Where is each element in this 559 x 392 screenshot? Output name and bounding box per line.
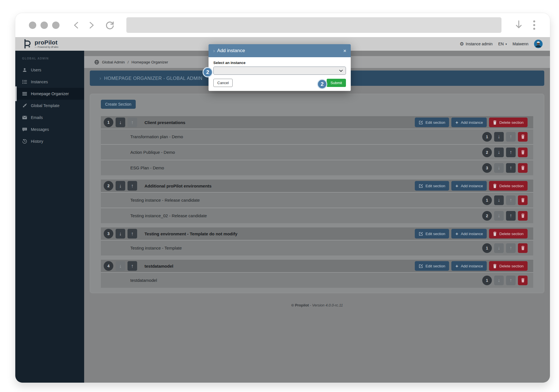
delete-section-button[interactable]: Delete section — [489, 229, 528, 238]
section-move-down-button[interactable]: ↓ — [116, 181, 125, 191]
delete-instance-button[interactable] — [518, 163, 528, 173]
instance-move-up-button[interactable]: ↑ — [506, 211, 516, 221]
section-number-badge: 4 — [104, 261, 113, 271]
delete-section-label: Delete section — [499, 232, 524, 236]
section-move-up-button[interactable]: ↑ — [127, 118, 137, 127]
arrow-up-icon: ↑ — [510, 277, 512, 283]
add-instance-button[interactable]: + Add instance — [451, 181, 487, 191]
delete-section-button[interactable]: Delete section — [489, 181, 528, 191]
section-title: Additional proPilot environments — [144, 184, 212, 188]
gear-icon: ⚙ — [460, 42, 464, 46]
avatar[interactable] — [534, 40, 543, 48]
section: 3 ↓ ↑ Testing environment - Template do … — [101, 227, 533, 255]
select-instance-label: Select an instance — [213, 61, 346, 65]
download-button[interactable] — [515, 20, 523, 31]
globe-icon — [94, 60, 99, 65]
chat-bubble-icon — [22, 127, 27, 132]
window-dot-icon[interactable] — [41, 22, 48, 29]
instance-move-up-button[interactable]: ↑ — [506, 132, 516, 142]
add-instance-button[interactable]: + Add instance — [451, 118, 487, 127]
sidebar-item-users[interactable]: Users — [15, 64, 84, 76]
edit-section-label: Edit section — [426, 120, 445, 125]
section-title: testdatamodel — [144, 264, 173, 269]
delete-section-button[interactable]: Delete section — [489, 261, 528, 271]
edit-section-button[interactable]: Edit section — [415, 181, 449, 191]
back-button[interactable] — [73, 21, 80, 30]
instance-move-down-button[interactable]: ↓ — [494, 195, 504, 205]
arrow-down-icon: ↓ — [498, 134, 500, 140]
add-instance-button[interactable]: + Add instance — [451, 229, 487, 238]
trash-icon — [493, 184, 497, 188]
forward-button[interactable] — [88, 21, 95, 30]
trash-icon — [521, 214, 525, 218]
window-dot-icon[interactable] — [29, 22, 36, 29]
section-move-up-button[interactable]: ↑ — [127, 261, 137, 271]
instance-move-down-button[interactable]: ↓ — [494, 132, 504, 142]
url-bar[interactable] — [126, 17, 501, 33]
edit-section-button[interactable]: Edit section — [415, 118, 449, 127]
instance-move-up-button[interactable]: ↑ — [506, 148, 516, 157]
instance-move-up-button[interactable]: ↑ — [506, 195, 516, 205]
instance-move-up-button[interactable]: ↑ — [506, 276, 516, 285]
create-section-button[interactable]: Create Section — [101, 100, 136, 109]
cancel-button[interactable]: Cancel — [213, 79, 233, 87]
instance-move-up-button[interactable]: ↑ — [506, 243, 516, 253]
breadcrumb-item-homepage-organizer[interactable]: Homepage Organizer — [131, 60, 168, 64]
delete-section-label: Delete section — [499, 184, 524, 188]
instance-move-down-button[interactable]: ↓ — [494, 243, 504, 253]
refresh-button[interactable] — [105, 20, 114, 30]
section-move-up-button[interactable]: ↑ — [127, 229, 137, 238]
add-instance-label: Add instance — [461, 120, 483, 125]
breadcrumb-item-global-admin[interactable]: Global Admin — [102, 60, 125, 64]
breadcrumb-separator: / — [127, 60, 129, 64]
instance-move-down-button[interactable]: ↓ — [494, 148, 504, 157]
browser-menu-button[interactable] — [533, 20, 535, 30]
window-dot-icon[interactable] — [52, 22, 59, 29]
back-icon — [73, 21, 80, 30]
delete-instance-button[interactable] — [518, 195, 528, 205]
delete-instance-button[interactable] — [518, 243, 528, 253]
section-move-up-button[interactable]: ↑ — [127, 181, 137, 191]
sidebar-item-messages[interactable]: Messages — [15, 123, 84, 135]
sidebar-item-emails[interactable]: Emails — [15, 112, 84, 123]
footer-version: Version 4.0.0-rc.11 — [312, 303, 343, 307]
instance-move-up-button[interactable]: ↑ — [506, 163, 516, 173]
submit-button[interactable]: Submit — [327, 79, 346, 87]
sidebar-item-history[interactable]: History — [15, 135, 84, 147]
section-number: 1 — [107, 120, 110, 125]
delete-section-button[interactable]: Delete section — [489, 118, 528, 127]
instance-move-down-button[interactable]: ↓ — [494, 211, 504, 221]
section-header: 2 ↓ ↑ Additional proPilot environments E… — [101, 180, 533, 192]
instance-move-down-button[interactable]: ↓ — [494, 276, 504, 285]
sidebar-item-homepage-organizer[interactable]: Homepage Organizer — [15, 88, 84, 100]
instance-select[interactable] — [213, 67, 346, 75]
delete-instance-button[interactable] — [518, 276, 528, 285]
edit-section-button[interactable]: Edit section — [415, 229, 449, 238]
arrow-up-icon: ↑ — [131, 263, 134, 269]
section-rows: Transformation plan - Demo 1 ↓ ↑ Action … — [101, 129, 533, 175]
instance-number-badge: 1 — [482, 195, 492, 205]
close-icon[interactable]: × — [343, 48, 346, 53]
section-move-down-button[interactable]: ↓ — [116, 229, 125, 238]
edit-section-button[interactable]: Edit section — [415, 261, 449, 271]
section-move-down-button[interactable]: ↓ — [116, 118, 125, 127]
add-instance-button[interactable]: + Add instance — [451, 261, 487, 271]
section-number-badge: 3 — [104, 229, 113, 238]
delete-instance-button[interactable] — [518, 132, 528, 142]
sidebar-item-instances[interactable]: Instances — [15, 76, 84, 88]
delete-instance-button[interactable] — [518, 148, 528, 157]
user-name[interactable]: Maiwenn — [513, 42, 528, 46]
sidebar-item-global-template[interactable]: Global Template — [15, 100, 84, 112]
arrow-up-icon: ↑ — [510, 165, 512, 171]
footer-copyright: © Propilot — [291, 303, 309, 307]
page-title: HOMEPAGE ORGANIZER - GLOBAL ADMIN — [104, 76, 202, 81]
delete-instance-button[interactable] — [518, 211, 528, 221]
instance-admin-link[interactable]: ⚙ Instance admin — [460, 42, 492, 46]
add-instance-label: Add instance — [461, 184, 483, 188]
instance-move-down-button[interactable]: ↓ — [494, 163, 504, 173]
section-move-down-button[interactable]: ↓ — [116, 261, 125, 271]
select-caret-icon — [339, 70, 343, 72]
propilot-logo-icon — [22, 39, 32, 49]
language-selector[interactable]: EN ▾ — [498, 42, 507, 46]
caret-down-icon: ▾ — [505, 42, 507, 46]
